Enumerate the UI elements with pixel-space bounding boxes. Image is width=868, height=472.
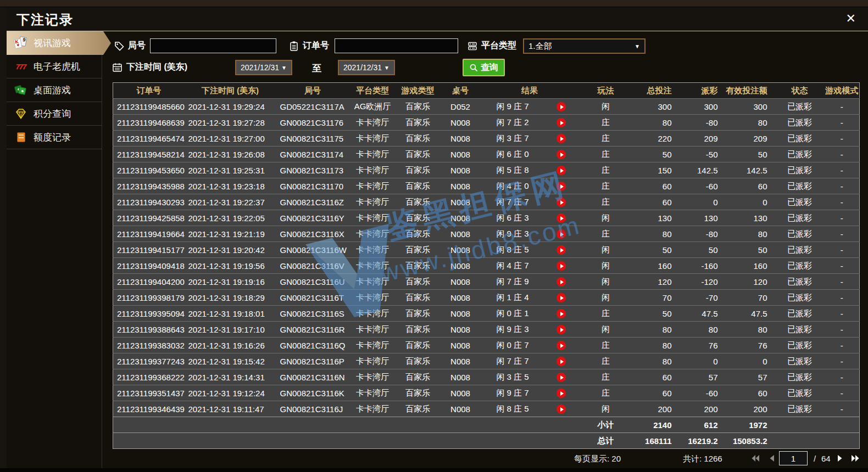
sidebar-item-table-games[interactable]: 桌面游戏 xyxy=(7,78,102,102)
play-icon[interactable] xyxy=(557,134,566,143)
slot-777-icon: 777 xyxy=(14,60,28,73)
play-icon[interactable] xyxy=(557,261,566,271)
play-icon[interactable] xyxy=(557,118,566,127)
cell-bet-time: 2021-12-31 19:21:19 xyxy=(185,226,276,242)
background-left-strip xyxy=(0,7,7,468)
play-icon[interactable] xyxy=(557,229,566,239)
page-number-input[interactable] xyxy=(779,451,808,465)
cell-replay xyxy=(544,353,578,369)
order-number-input[interactable] xyxy=(335,38,458,53)
cell-bet-time: 2021-12-31 19:19:16 xyxy=(185,274,276,290)
query-button[interactable]: 查询 xyxy=(463,59,505,76)
cell-play-type: 闲 xyxy=(578,210,633,226)
cell-platform-type: 卡卡湾厅 xyxy=(349,385,396,401)
last-page-icon[interactable] xyxy=(850,453,861,464)
cell-game-mode: - xyxy=(825,147,860,162)
round-number-input[interactable] xyxy=(150,38,276,53)
cell-round-number: GN00821C3116Z xyxy=(276,194,349,210)
first-page-icon[interactable] xyxy=(750,453,761,464)
cell-order-number: 211231199409418 xyxy=(113,258,185,274)
col-header-play-type: 玩法 xyxy=(578,83,633,99)
order-number-label: 订单号 xyxy=(303,40,329,52)
cell-game-mode: - xyxy=(825,210,860,226)
cell-round-number: GN00821C31176 xyxy=(276,115,349,131)
cell-bet-time: 2021-12-31 19:17:10 xyxy=(185,322,276,338)
cell-table-number: N008 xyxy=(440,274,481,290)
cell-total-bet: 160 xyxy=(633,258,681,274)
cell-table-number: N008 xyxy=(440,258,481,274)
platform-list-icon xyxy=(467,41,478,52)
sidebar-item-slots[interactable]: 777 电子老虎机 xyxy=(7,55,102,78)
cell-table-number: N008 xyxy=(440,147,481,162)
cell-valid-bet: 80 xyxy=(725,115,775,131)
cell-round-number: GN00821C3116U xyxy=(276,274,349,290)
close-icon[interactable]: ✕ xyxy=(846,12,856,26)
cell-play-type: 庄 xyxy=(578,338,633,353)
date-to-select[interactable]: 2021/12/31 ▼ xyxy=(338,60,395,75)
sidebar-item-points-query[interactable]: 积分查询 xyxy=(7,102,102,126)
play-icon[interactable] xyxy=(557,213,566,223)
play-icon[interactable] xyxy=(557,166,566,175)
play-icon[interactable] xyxy=(557,404,566,414)
cell-game-mode: - xyxy=(825,353,860,369)
play-icon[interactable] xyxy=(557,373,566,382)
cell-valid-bet: 57 xyxy=(725,369,775,385)
col-header-result: 结果 xyxy=(481,83,578,99)
cell-payout: 76 xyxy=(681,338,725,353)
play-icon[interactable] xyxy=(557,198,566,207)
date-from-value: 2021/12/31 xyxy=(241,63,279,72)
table-row: 211231199485660 2021-12-31 19:29:24 GD05… xyxy=(113,99,860,115)
cell-round-number: GN00821C3116K xyxy=(276,385,349,401)
cell-bet-time: 2021-12-31 19:25:31 xyxy=(185,162,276,178)
next-page-icon[interactable] xyxy=(834,453,845,464)
play-icon[interactable] xyxy=(557,150,566,159)
play-icon[interactable] xyxy=(557,309,566,318)
cell-valid-bet: 0 xyxy=(725,194,775,210)
table-row: 211231199465474 2021-12-31 19:27:00 GN00… xyxy=(113,131,860,147)
cell-game-mode: - xyxy=(825,131,860,147)
cell-result: 闲 3 庄 5 xyxy=(481,369,544,385)
cell-replay xyxy=(544,274,578,290)
cell-platform-type: 卡卡湾厅 xyxy=(349,369,396,385)
cell-status: 已派彩 xyxy=(775,194,825,210)
cell-result: 闲 9 庄 3 xyxy=(481,322,544,338)
cell-round-number: GN00821C31175 xyxy=(276,131,349,147)
play-icon[interactable] xyxy=(557,389,566,398)
round-number-label-group: 局号 xyxy=(114,40,146,52)
play-icon[interactable] xyxy=(557,277,566,286)
sidebar-item-label: 桌面游戏 xyxy=(34,84,71,97)
table-row: 211231199388643 2021-12-31 19:17:10 GN00… xyxy=(113,322,860,338)
sidebar-item-label: 视讯游戏 xyxy=(34,37,71,49)
date-from-select[interactable]: 2021/12/31 ▼ xyxy=(235,60,292,75)
cell-game-mode: - xyxy=(825,194,860,210)
background-bottom-strip xyxy=(0,468,868,472)
play-icon[interactable] xyxy=(557,182,566,191)
play-icon[interactable] xyxy=(557,245,566,255)
subtotal-valid-bet: 1972 xyxy=(725,417,775,433)
cell-result: 闲 7 庄 7 xyxy=(481,194,544,210)
play-icon[interactable] xyxy=(557,293,566,302)
cell-play-type: 庄 xyxy=(578,131,633,147)
table-row: 211231199346439 2021-12-31 19:11:47 GN00… xyxy=(113,401,860,417)
prev-page-icon[interactable] xyxy=(766,453,777,464)
cell-status: 已派彩 xyxy=(775,353,825,369)
col-header-valid-bet: 有效投注额 xyxy=(725,83,775,99)
cell-game-mode: - xyxy=(825,162,860,178)
cell-play-type: 庄 xyxy=(578,369,633,385)
cell-status: 已派彩 xyxy=(775,131,825,147)
platform-type-select[interactable]: 1.全部 ▼ xyxy=(523,38,646,54)
cell-game-type: 百家乐 xyxy=(396,290,440,306)
sidebar-item-quota-records[interactable]: 额度记录 xyxy=(7,126,102,149)
table-row: 211231199453650 2021-12-31 19:25:31 GN00… xyxy=(113,162,860,178)
cell-replay xyxy=(544,306,578,322)
sidebar-item-live-games[interactable]: 9 K♥ 视讯游戏 xyxy=(7,31,111,55)
cell-valid-bet: 50 xyxy=(725,147,775,162)
play-icon[interactable] xyxy=(557,102,566,111)
play-icon[interactable] xyxy=(557,357,566,366)
cell-game-type: 百家乐 xyxy=(396,385,440,401)
cell-payout: 47.5 xyxy=(681,306,725,322)
play-icon[interactable] xyxy=(557,325,566,334)
cell-valid-bet: 209 xyxy=(725,131,775,147)
play-icon[interactable] xyxy=(557,341,566,350)
cell-result: 闲 7 庄 9 xyxy=(481,274,544,290)
